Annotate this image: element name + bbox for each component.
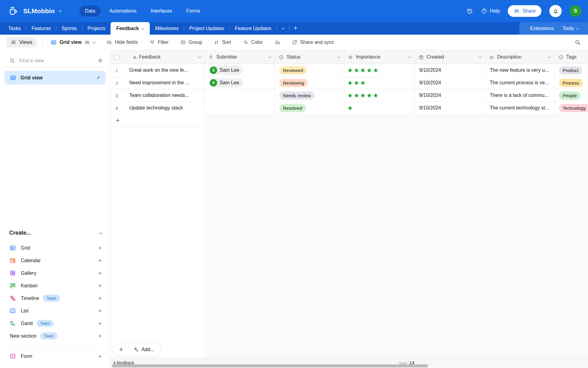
cell-description[interactable]: The new feature is very u...	[485, 64, 555, 76]
add-table-button[interactable]: +	[289, 22, 302, 35]
column-header-feedback[interactable]: A Feedback	[110, 50, 205, 64]
create-grid-item[interactable]: Grid +	[0, 242, 110, 254]
add-gallery-view-button[interactable]: +	[98, 270, 102, 276]
table-tab-tasks[interactable]: Tasks	[3, 22, 26, 35]
create-kanban-item[interactable]: Kanban +	[0, 279, 110, 292]
add-kanban-view-button[interactable]: +	[98, 282, 102, 289]
add-gantt-view-button[interactable]: +	[98, 320, 102, 327]
table-tab-project-updates[interactable]: Project Updates	[184, 22, 229, 35]
extensions-link[interactable]: Extensions	[527, 24, 557, 33]
column-chevron-down-icon[interactable]	[268, 55, 271, 58]
cell-status[interactable]: Needs review	[275, 89, 344, 102]
nav-tab-automations[interactable]: Automations	[104, 6, 142, 17]
create-section-header[interactable]: Create...	[0, 230, 110, 236]
cell-created[interactable]: 9/10/2024	[415, 89, 485, 102]
column-header-tags[interactable]: Tags	[555, 50, 588, 64]
cell-created[interactable]: 9/10/2024	[415, 102, 485, 114]
cell-importance[interactable]: ★	[344, 102, 415, 114]
horizontal-scrollbar[interactable]	[112, 364, 428, 367]
add-calendar-view-button[interactable]: +	[98, 257, 102, 264]
share-button[interactable]: Share	[508, 5, 541, 17]
workspace-name[interactable]: SLMobbin	[23, 7, 55, 15]
column-chevron-down-icon[interactable]	[337, 55, 341, 58]
user-avatar[interactable]: S	[570, 5, 581, 17]
nav-tab-forms[interactable]: Forms	[181, 6, 205, 17]
select-all-checkbox[interactable]	[114, 55, 119, 60]
cell-tags[interactable]: Process	[555, 77, 588, 89]
view-settings-gear-icon[interactable]	[97, 58, 103, 63]
more-tables-chevron-icon[interactable]	[277, 22, 289, 35]
table-tab-sprints[interactable]: Sprints	[56, 22, 82, 35]
create-new-section-item[interactable]: New section Team +	[0, 330, 110, 342]
add-list-view-button[interactable]: +	[98, 308, 102, 314]
cell-submitter[interactable]: S Sam Lee	[205, 77, 275, 89]
column-chevron-down-icon[interactable]	[198, 55, 201, 58]
add-grid-view-button[interactable]: +	[98, 245, 102, 251]
workspace-chevron-down-icon[interactable]	[58, 9, 63, 13]
add-new-section-button[interactable]: +	[98, 333, 102, 339]
current-view-selector[interactable]: Grid view	[48, 39, 98, 45]
cell-submitter[interactable]	[205, 102, 275, 114]
table-tab-feedback-active[interactable]: Feedback	[111, 22, 150, 35]
cell-status[interactable]: Reviewed	[275, 64, 344, 76]
column-header-status[interactable]: Status	[275, 50, 344, 64]
create-gallery-item[interactable]: Gallery +	[0, 267, 110, 279]
sidebar-view-grid-view[interactable]: Grid view ✓	[4, 71, 106, 85]
column-chevron-down-icon[interactable]	[548, 55, 551, 58]
row-height-button[interactable]	[271, 37, 283, 48]
hide-fields-button[interactable]: Hide fields	[103, 37, 141, 48]
create-calendar-item[interactable]: Calendar +	[0, 254, 110, 267]
find-view-input[interactable]	[19, 58, 93, 63]
cell-feedback[interactable]: Need improvement in the ...	[129, 77, 205, 89]
create-timeline-item[interactable]: Timeline Team +	[0, 292, 110, 305]
share-and-sync-button[interactable]: Share and sync	[289, 37, 337, 47]
cell-feedback[interactable]: Update technology stack	[129, 102, 205, 114]
cell-created[interactable]: 9/10/2024	[415, 77, 485, 89]
column-header-created[interactable]: Created	[415, 50, 485, 64]
add-record-button[interactable]: +	[113, 343, 129, 356]
color-button[interactable]: Color	[240, 37, 266, 47]
add-record-plus-button[interactable]: +	[113, 117, 122, 125]
cell-tags[interactable]: Product	[555, 64, 588, 76]
cell-status[interactable]: Reviewing	[275, 77, 344, 89]
cell-description[interactable]: The current technology st...	[485, 102, 555, 114]
group-button[interactable]: Group	[177, 37, 205, 47]
table-tab-milestones[interactable]: Milestones	[150, 22, 183, 35]
filter-button[interactable]: Filter	[146, 37, 172, 47]
ai-add-button[interactable]: Add...	[129, 343, 160, 356]
add-form-view-button[interactable]: +	[98, 353, 102, 359]
create-gantt-item[interactable]: Gantt Team +	[0, 317, 110, 330]
cell-tags[interactable]: Technology	[555, 102, 588, 114]
row-number[interactable]: 2	[110, 77, 129, 89]
column-header-submitter[interactable]: Submitter	[205, 50, 275, 64]
cell-submitter[interactable]: S Sam Lee	[205, 64, 275, 76]
row-number[interactable]: 3	[110, 89, 129, 102]
nav-tab-interfaces[interactable]: Interfaces	[145, 6, 178, 17]
column-chevron-down-icon[interactable]	[408, 55, 411, 58]
cell-feedback[interactable]: Team collaboration needs...	[129, 89, 205, 102]
cell-importance[interactable]: ★★★	[344, 77, 415, 89]
cell-status[interactable]: Resolved	[275, 102, 344, 114]
create-list-item[interactable]: List +	[0, 305, 110, 317]
add-timeline-view-button[interactable]: +	[98, 295, 102, 301]
cell-submitter[interactable]	[205, 89, 275, 102]
nav-tab-data[interactable]: Data	[79, 6, 101, 17]
table-tab-features[interactable]: Features	[26, 22, 56, 35]
tools-link[interactable]: Tools	[560, 24, 582, 33]
search-icon[interactable]	[575, 39, 581, 45]
sort-button[interactable]: Sort	[211, 37, 234, 47]
views-button[interactable]: Views	[6, 37, 37, 48]
notifications-button[interactable]	[549, 5, 562, 17]
column-header-description[interactable]: Description	[485, 50, 555, 64]
cell-importance[interactable]: ★★★★★	[344, 89, 415, 102]
create-form-item[interactable]: Form +	[0, 350, 110, 362]
help-button[interactable]: Help	[481, 8, 500, 14]
cell-created[interactable]: 9/10/2024	[415, 64, 485, 76]
tab-chevron-down-icon[interactable]	[141, 26, 145, 29]
column-header-importance[interactable]: Importance	[344, 50, 415, 64]
cell-feedback[interactable]: Great work on the new fe...	[129, 64, 205, 76]
cell-importance[interactable]: ★★★★★	[344, 64, 415, 76]
row-number[interactable]: 1	[110, 64, 129, 76]
cell-description[interactable]: There is a lack of commu...	[485, 89, 555, 102]
row-number[interactable]: 4	[110, 102, 129, 114]
